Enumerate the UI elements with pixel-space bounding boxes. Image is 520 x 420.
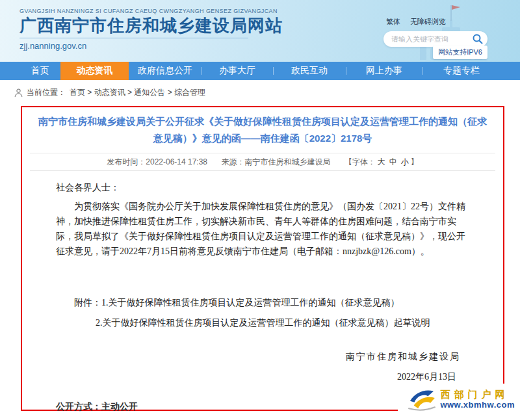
person-icon xyxy=(14,88,23,98)
attachment-2: 2.关于做好保障性租赁住房项目认定及运营管理工作的通知（征求意见稿）起草说明 xyxy=(96,315,469,330)
xbmhw-logo-icon xyxy=(406,387,437,412)
masthead: GVANGJSIH NANZNINGZ SI CUFANGZ CAEUQ CWN… xyxy=(20,8,283,51)
nav-item-service-hall[interactable]: 办事大厅 xyxy=(202,62,273,80)
watermark-url: www.xbmhw.com xyxy=(440,400,515,410)
article-body: 社会各界人士： 为贯彻落实《国务院办公厅关于加快发展保障性租赁住房的意见》（国办… xyxy=(56,180,469,414)
breadcrumb-path[interactable]: 首页 > 动态资讯 > 通知公告 > 综合管理 xyxy=(70,87,205,98)
site-url: zjj.nanning.gov.cn xyxy=(20,41,283,51)
nav-item-special-topics[interactable]: 专题专栏 xyxy=(422,62,500,80)
font-size-medium[interactable]: 中 xyxy=(389,157,397,166)
zhuang-tagline: GVANGJSIH NANZNINGZ SI CUFANGZ CAEUQ CWN… xyxy=(20,8,283,14)
notice-document: 南宁市住房和城乡建设局关于公开征求《关于做好保障性租赁住房项目认定及运营管理工作… xyxy=(21,106,504,411)
breadcrumb-label: 当前位置： xyxy=(27,87,66,98)
publish-time: 发布时间：2022-06-14 17:38 xyxy=(107,157,207,166)
article-source: 来源：南宁市住房和城乡建设局 xyxy=(221,157,330,166)
salutation: 社会各界人士： xyxy=(56,180,469,195)
search-icon[interactable] xyxy=(473,34,483,44)
page: GVANGJSIH NANZNINGZ SI CUFANGZ CAEUQ CWN… xyxy=(0,0,520,420)
nav-item-news[interactable]: 动态资讯 xyxy=(60,62,129,80)
accessibility-link[interactable]: 无障碍浏览 xyxy=(410,18,446,25)
font-size-large[interactable]: 大 xyxy=(378,157,385,166)
attachment-1: 附件：1.关于做好保障性租赁住房项目认定及运营管理工作的通知（征求意见稿） xyxy=(74,295,469,310)
article-meta: 发布时间：2022-06-14 17:38 来源：南宁市住房和城乡建设局 【字体… xyxy=(30,153,495,171)
header-tools: 繁体 无障碍浏览 网站支持IPV6 xyxy=(384,17,488,47)
main-nav: 首页 动态资讯 政府信息公开 办事大厅 政民互动 网上办事 专题专栏 xyxy=(0,62,520,80)
nav-item-interaction[interactable]: 政民互动 xyxy=(273,62,346,80)
nav-item-home[interactable]: 首页 xyxy=(20,62,60,80)
site-header: GVANGJSIH NANZNINGZ SI CUFANGZ CAEUQ CWN… xyxy=(0,0,520,62)
nav-item-gov-info[interactable]: 政府信息公开 xyxy=(129,62,202,80)
watermark-name: 西部门户网 xyxy=(440,389,515,400)
site-title: 广西南宁市住房和城乡建设局网站 xyxy=(20,16,283,35)
site-watermark[interactable]: 西部门户网 www.xbmhw.com xyxy=(398,384,520,415)
font-size-small[interactable]: 小 xyxy=(401,157,409,166)
breadcrumb: 当前位置：首页 > 动态资讯 > 通知公告 > 综合管理 xyxy=(14,87,520,98)
search-box xyxy=(384,31,488,47)
article-title: 南宁市住房和城乡建设局关于公开征求《关于做好保障性租赁住房项目认定及运营管理工作… xyxy=(36,113,489,147)
search-input[interactable] xyxy=(391,32,474,46)
quick-links: 繁体 无障碍浏览 xyxy=(386,17,488,27)
body-paragraph: 为贯彻落实《国务院办公厅关于加快发展保障性租赁住房的意见》（国办发〔2021〕2… xyxy=(56,199,469,259)
nav-item-online-service[interactable]: 网上办事 xyxy=(346,62,422,80)
traditional-chinese-link[interactable]: 繁体 xyxy=(386,18,400,25)
font-size-control: 【字体：大中小】 xyxy=(344,157,419,166)
signature: 南宁市住房和城乡建设局 xyxy=(56,349,469,364)
ipv6-badge[interactable]: 网站支持IPV6 xyxy=(433,46,488,59)
title-divider xyxy=(20,38,248,38)
signature-date: 2022年6月13日 xyxy=(56,369,469,384)
